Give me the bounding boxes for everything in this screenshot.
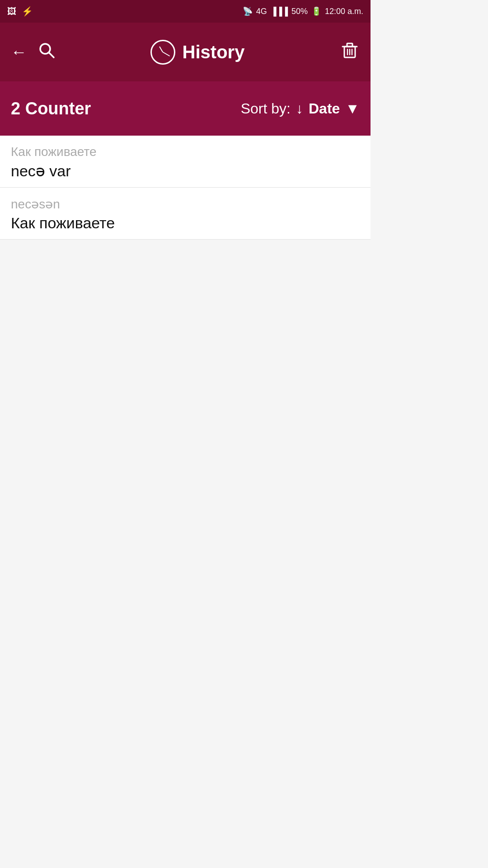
list-item[interactable]: necəsən Как поживаете [0,188,371,240]
usb-icon: ⚡ [22,6,33,17]
svg-line-1 [49,52,54,57]
image-icon: 🖼 [7,6,16,17]
back-button[interactable]: ← [11,42,27,61]
search-button[interactable] [38,42,55,63]
battery-label: 50% [291,7,308,16]
sort-by-label: Sort by: [241,100,291,117]
status-bar-left: 🖼 ⚡ [7,6,33,17]
clock-minute-hand [163,52,170,57]
list-item[interactable]: Как поживаете necə var [0,136,371,188]
app-bar: ← History [0,23,371,81]
svg-rect-4 [347,43,352,47]
battery-icon: 🔋 [311,6,321,16]
history-item-source: necəsən [11,197,360,212]
sort-section[interactable]: Sort by: ↓ Date ▼ [241,100,360,117]
delete-button[interactable] [340,45,360,64]
signal-label: 4G [256,7,267,16]
time-label: 12:00 a.m. [325,7,363,16]
counter-label: 2 Counter [11,99,91,118]
subheader: 2 Counter Sort by: ↓ Date ▼ [0,81,371,136]
history-clock-icon [150,40,175,65]
app-bar-center: History [55,40,340,65]
app-bar-right [340,40,360,64]
status-bar: 🖼 ⚡ 📡 4G ▐▐▐ 50% 🔋 12:00 a.m. [0,0,371,23]
sort-dropdown-icon[interactable]: ▼ [345,100,360,117]
history-item-target: necə var [11,162,360,180]
wifi-icon: 📡 [243,6,253,16]
sort-value: Date [309,100,340,117]
app-bar-left: ← [11,42,55,63]
sort-arrow-icon: ↓ [296,100,303,117]
page-title: History [183,42,245,62]
history-item-target: Как поживаете [11,214,360,232]
status-bar-right: 📡 4G ▐▐▐ 50% 🔋 12:00 a.m. [243,6,363,16]
history-list: Как поживаете necə var necəsən Как пожив… [0,136,371,240]
signal-bars: ▐▐▐ [271,7,288,16]
history-item-source: Как поживаете [11,145,360,159]
